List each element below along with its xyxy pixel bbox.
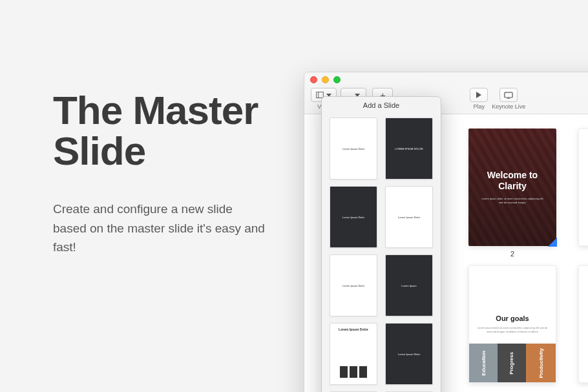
keynote-live-label: Keynote Live [492, 103, 525, 110]
add-slide-popover: Add a Slide Lorem Ipsum DolorLOREM IPSUM… [321, 96, 441, 392]
play-button[interactable] [470, 88, 488, 102]
zoom-window-button[interactable] [333, 76, 341, 83]
master-slide-thumb-5[interactable]: Lorem Ipsum Dolor [330, 254, 377, 316]
keynote-window: ✦ Clarit View Zoom + Add Slide Play [304, 72, 588, 392]
master-slide-thumb-7[interactable]: Lorem Ipsum Dolor [330, 323, 377, 385]
keynote-live-button[interactable] [499, 88, 518, 102]
master-slide-thumb-2[interactable]: LOREM IPSUM DOLOR [385, 118, 433, 180]
traffic-lights [310, 76, 341, 83]
minimize-window-button[interactable] [322, 76, 329, 83]
broadcast-icon [504, 92, 513, 99]
master-slide-thumb-3[interactable]: Lorem Ipsum Dolor [330, 186, 377, 248]
promo-subheading: Create and configure a new slide based o… [53, 200, 266, 256]
master-slide-thumb-6[interactable]: Lorem Ipsum [385, 254, 433, 316]
slide-2-body: Lorem ipsum dolor sit amet consectetur a… [480, 197, 545, 205]
master-slide-thumb-4[interactable]: Lorem Ipsum Dolor [385, 186, 433, 248]
slide-4-columns: Education Progress Productivity [469, 344, 556, 382]
play-label: Play [473, 103, 485, 110]
slide-thumbnail-5[interactable] [578, 265, 588, 383]
toolbar-play-group: Play [470, 88, 488, 110]
toolbar-live-group: Keynote Live [492, 88, 525, 110]
window-titlebar: ✦ Clarit [304, 72, 588, 87]
selection-corner-icon [548, 238, 557, 247]
promo-heading: The Master Slide [53, 90, 266, 171]
close-window-button[interactable] [310, 76, 317, 83]
svg-rect-2 [505, 92, 512, 98]
slide-2-title: Welcome to Clarity [487, 170, 538, 192]
slide-thumbnail-4[interactable]: Our goals Lorem ipsum dolor sit amet con… [468, 265, 556, 383]
promo-panel: The Master Slide Create and configure a … [53, 90, 266, 257]
popover-title: Add a Slide [322, 97, 441, 112]
master-slide-thumb-1[interactable]: Lorem Ipsum Dolor [330, 118, 377, 180]
slide-thumbnail-2[interactable]: Welcome to Clarity Lorem ipsum dolor sit… [468, 129, 556, 246]
master-slide-grid: Lorem Ipsum DolorLOREM IPSUM DOLORLorem … [330, 118, 433, 392]
slide-4-body: Lorem ipsum dolor sit amet consectetur a… [477, 326, 548, 335]
play-icon [476, 92, 481, 98]
slide-number-2: 2 [468, 250, 556, 258]
popover-scroll[interactable]: Lorem Ipsum DolorLOREM IPSUM DOLORLorem … [322, 114, 441, 392]
slide-4-title: Our goals [496, 315, 529, 322]
slide-thumbnail-3[interactable] [578, 129, 588, 246]
master-slide-thumb-8[interactable]: Lorem Ipsum Dolor [385, 323, 433, 385]
